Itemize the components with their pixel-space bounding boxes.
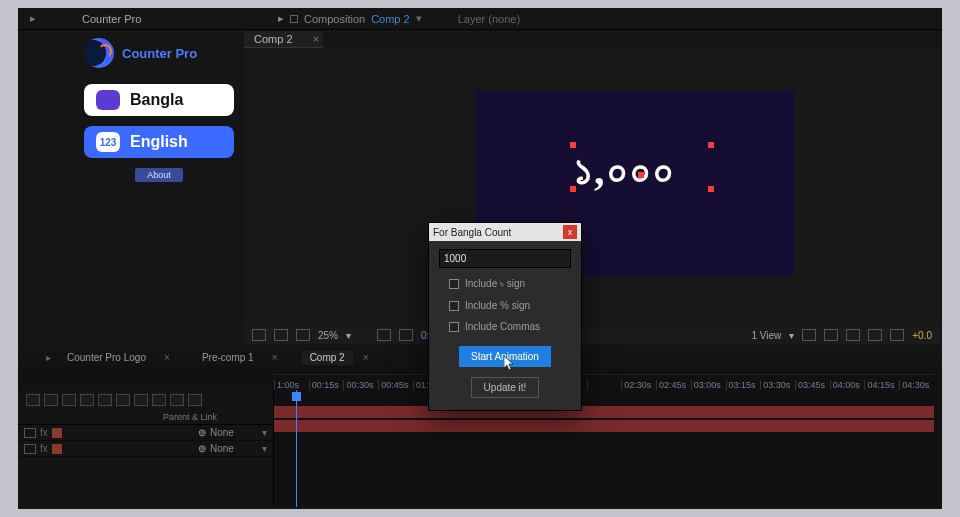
parent-link[interactable]: None [210, 427, 262, 438]
selection-handle[interactable] [708, 186, 714, 192]
view-count-label[interactable]: 1 View [751, 330, 781, 341]
parent-dropdown-icon[interactable]: ⊚ [198, 427, 206, 438]
timeline-tab-active[interactable]: Comp 2 [302, 350, 353, 365]
time-tick[interactable]: 03:30s [760, 380, 795, 390]
panel-tab-counter-pro[interactable]: Counter Pro [48, 13, 248, 25]
time-tick[interactable]: 03:15s [726, 380, 761, 390]
opt-taka[interactable]: Include ৳ sign [449, 278, 571, 290]
selection-anchor[interactable] [638, 172, 644, 178]
label-swatch[interactable] [52, 444, 62, 454]
time-ruler[interactable]: 1:00s00:15s00:30s00:45s01:00s01:15s02:30… [274, 374, 934, 390]
gear-icon[interactable] [890, 329, 904, 341]
bangla-button[interactable]: Bangla [84, 84, 234, 116]
start-animation-button[interactable]: Start Animation [459, 346, 551, 367]
zoom-value[interactable]: 25% [318, 330, 338, 341]
timeline-toolbar [18, 390, 273, 410]
vf-icon[interactable] [274, 329, 288, 341]
opt-percent[interactable]: Include % sign [449, 300, 571, 311]
time-tick[interactable]: 00:15s [309, 380, 344, 390]
composition-tab[interactable]: ▸ Composition Comp 2 ▾ Layer (none) [268, 12, 520, 25]
tab-close-icon[interactable]: × [156, 350, 172, 365]
visibility-toggle[interactable] [24, 428, 36, 438]
update-label: Update it! [484, 382, 527, 393]
counter-pro-logo-icon [84, 38, 114, 68]
tl-icon[interactable] [188, 394, 202, 406]
time-tick[interactable]: 04:30s [899, 380, 934, 390]
dialog-title: For Bangla Count [433, 227, 511, 238]
dropdown-icon[interactable]: ▾ [346, 330, 351, 341]
layer-bar[interactable] [274, 406, 934, 418]
tl-icon[interactable] [98, 394, 112, 406]
time-tick[interactable] [587, 380, 622, 390]
top-panel-tabs: ▸ Counter Pro ▸ Composition Comp 2 ▾ Lay… [18, 8, 942, 30]
resolution-icon[interactable] [377, 329, 391, 341]
time-tick[interactable]: 04:00s [830, 380, 865, 390]
layer-bar[interactable] [274, 420, 934, 432]
composition-name[interactable]: Comp 2 [371, 13, 410, 25]
selection-handle[interactable] [570, 186, 576, 192]
vf-icon[interactable] [846, 329, 860, 341]
vf-icon[interactable] [399, 329, 413, 341]
timeline-tab[interactable]: Counter Pro Logo [59, 350, 154, 365]
time-tick[interactable]: 02:45s [656, 380, 691, 390]
opt-commas-label: Include Commas [465, 321, 540, 332]
dialog-titlebar[interactable]: For Bangla Count x [429, 223, 581, 241]
vf-icon[interactable] [802, 329, 816, 341]
layer-row[interactable]: fx⊚None▾ [18, 441, 273, 457]
parent-dropdown-icon[interactable]: ⊚ [198, 443, 206, 454]
subtab-close-icon[interactable]: × [303, 31, 323, 48]
layer-row[interactable]: fx⊚None▾ [18, 425, 273, 441]
checkbox-icon[interactable] [449, 301, 459, 311]
start-animation-label: Start Animation [471, 351, 539, 362]
close-icon[interactable]: x [563, 225, 577, 239]
checkbox-icon[interactable] [449, 322, 459, 332]
visibility-toggle[interactable] [24, 444, 36, 454]
dropdown-icon[interactable]: ▾ [789, 330, 794, 341]
count-input[interactable] [439, 249, 571, 268]
dropdown-icon[interactable]: ▾ [262, 427, 267, 438]
tab-close-icon[interactable]: × [264, 350, 280, 365]
tab-close-icon[interactable]: × [355, 350, 371, 365]
playhead[interactable] [296, 390, 297, 507]
composition-viewer[interactable]: ১,০০০ [244, 50, 940, 332]
tl-icon[interactable] [62, 394, 76, 406]
tl-icon[interactable] [170, 394, 184, 406]
opt-percent-label: Include % sign [465, 300, 530, 311]
time-tick[interactable]: 00:30s [343, 380, 378, 390]
tl-icon[interactable] [116, 394, 130, 406]
tl-icon[interactable] [26, 394, 40, 406]
vf-icon[interactable] [296, 329, 310, 341]
layer-tab-label[interactable]: Layer (none) [458, 13, 520, 25]
track-area[interactable] [274, 390, 934, 507]
english-button[interactable]: 123 English [84, 126, 234, 158]
dropdown-icon[interactable]: ▾ [416, 12, 422, 25]
script-brand: Counter Pro [84, 38, 234, 68]
vf-icon[interactable] [868, 329, 882, 341]
selection-handle[interactable] [570, 142, 576, 148]
time-tick[interactable]: 04:15s [864, 380, 899, 390]
opt-commas[interactable]: Include Commas [449, 321, 571, 332]
update-button[interactable]: Update it! [471, 377, 540, 398]
parent-link[interactable]: None [210, 443, 262, 454]
tl-icon[interactable] [80, 394, 94, 406]
tl-icon[interactable] [44, 394, 58, 406]
tl-icon[interactable] [134, 394, 148, 406]
selection-handle[interactable] [708, 142, 714, 148]
time-tick[interactable]: 00:45s [378, 380, 413, 390]
vf-icon[interactable] [824, 329, 838, 341]
vf-icon[interactable] [252, 329, 266, 341]
time-tick[interactable]: 03:00s [691, 380, 726, 390]
time-tick[interactable]: 03:45s [795, 380, 830, 390]
exposure-value[interactable]: +0.0 [912, 330, 932, 341]
subtab-comp2[interactable]: Comp 2 [244, 31, 303, 48]
dropdown-icon[interactable]: ▾ [262, 443, 267, 454]
timeline-tab[interactable]: Pre-comp 1 [194, 350, 262, 365]
time-tick[interactable]: 02:30s [621, 380, 656, 390]
time-tick[interactable]: 1:00s [274, 380, 309, 390]
script-title: Counter Pro [122, 46, 197, 61]
label-swatch[interactable] [52, 428, 62, 438]
counter-display[interactable]: ১,০০০ [574, 146, 676, 194]
checkbox-icon[interactable] [449, 279, 459, 289]
tl-icon[interactable] [152, 394, 166, 406]
about-button[interactable]: About [135, 168, 183, 182]
